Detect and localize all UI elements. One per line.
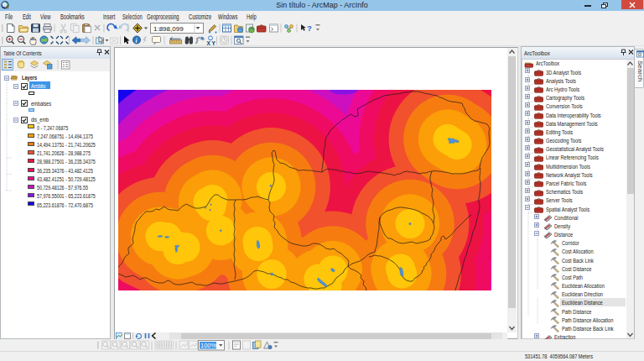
svg-text:1:898,099: 1:898,099 xyxy=(153,25,184,33)
svg-text:100%: 100% xyxy=(200,342,217,349)
svg-text:?: ? xyxy=(307,24,312,33)
svg-text:X Y: X Y xyxy=(207,40,216,46)
